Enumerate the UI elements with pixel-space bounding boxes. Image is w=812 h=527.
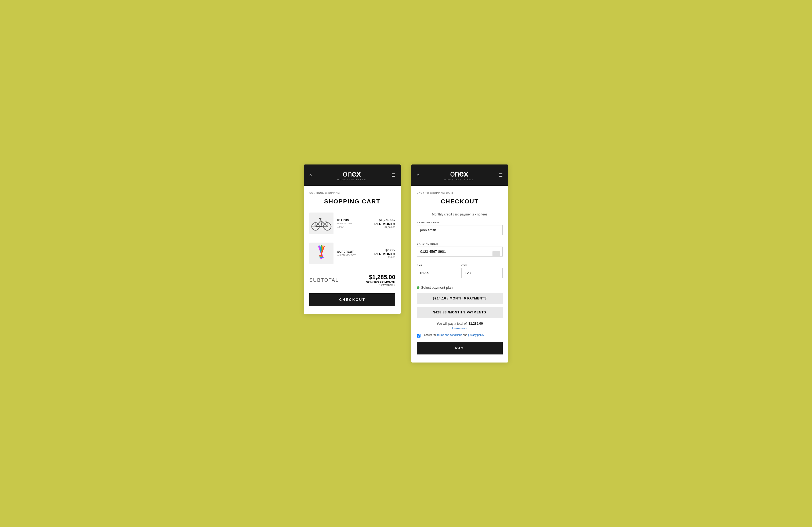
supercat-variant: ALLEN KEY SET bbox=[337, 254, 374, 257]
plan-2-button[interactable]: $428.33 /MONTH 3 PAYMENTS bbox=[417, 307, 503, 318]
cvv-group: CVV bbox=[461, 264, 503, 282]
svg-line-10 bbox=[326, 222, 327, 223]
cart-item-icarus: ICARUS BLUE/SILVER 18/20" $1,250.00/ PER… bbox=[309, 212, 395, 238]
svg-line-15 bbox=[313, 224, 316, 226]
cvv-input[interactable] bbox=[461, 268, 503, 278]
brand-name-checkout: onex bbox=[450, 169, 468, 178]
brand-name-light: on bbox=[343, 169, 352, 178]
terms-text: I accept the terms and conditions and pr… bbox=[423, 333, 484, 336]
cart-title: SHOPPING CART bbox=[309, 198, 395, 208]
checkout-subtitle: Monthly credit card payments - no fees bbox=[417, 212, 503, 216]
cvv-label: CVV bbox=[461, 264, 503, 267]
subtotal-payments: 6 PAYMENTS bbox=[366, 284, 395, 287]
card-type-icon bbox=[492, 251, 500, 256]
payment-plan-header: Select payment plan bbox=[417, 286, 503, 289]
name-on-card-input[interactable] bbox=[417, 225, 503, 235]
checkout-title: CHECKOUT bbox=[417, 198, 503, 208]
allen-keys-svg bbox=[313, 244, 330, 263]
exp-group: EXP. bbox=[417, 264, 458, 282]
card-input-wrapper bbox=[417, 246, 503, 260]
search-icon[interactable]: ○ bbox=[309, 173, 312, 178]
svg-line-16 bbox=[316, 224, 318, 226]
screens-wrapper: ○ onex MOUNTAIN BIKES ☰ CONTINUE SHOPPIN… bbox=[304, 165, 508, 362]
exp-input[interactable] bbox=[417, 268, 458, 278]
icarus-price: $1,250.00/ PER MONTH $7,500.00 bbox=[374, 218, 395, 229]
icarus-price-month: $1,250.00/ PER MONTH bbox=[374, 218, 395, 226]
checkout-screen: ○ onex MOUNTAIN BIKES ☰ BACK TO SHOPPING… bbox=[411, 165, 508, 362]
cart-header: ○ onex MOUNTAIN BIKES ☰ bbox=[304, 165, 401, 186]
cart-item-supercat: SUPERCAT ALLEN KEY SET $5.83/ PER MONTH … bbox=[309, 243, 395, 268]
brand-name-bold-checkout: ex bbox=[459, 169, 468, 178]
checkout-content: BACK TO SHOPPING CART CHECKOUT Monthly c… bbox=[411, 186, 508, 362]
supercat-price-month: $5.83/ PER MONTH bbox=[374, 248, 395, 256]
card-number-group: CARD NUMBER bbox=[417, 243, 503, 260]
checkout-header: ○ onex MOUNTAIN BIKES ☰ bbox=[411, 165, 508, 186]
supercat-price-total: $35.00 bbox=[374, 256, 395, 259]
plan-1-button[interactable]: $214.16 / MONTH 6 PAYMENTS bbox=[417, 293, 503, 304]
brand-name-bold: ex bbox=[352, 169, 361, 178]
cart-screen: ○ onex MOUNTAIN BIKES ☰ CONTINUE SHOPPIN… bbox=[304, 165, 401, 314]
exp-cvv-row: EXP. CVV bbox=[417, 264, 503, 286]
total-text: You will pay a total of $1,285.00 bbox=[417, 322, 503, 326]
menu-icon-checkout[interactable]: ☰ bbox=[499, 172, 503, 178]
logo-checkout: onex MOUNTAIN BIKES bbox=[445, 169, 474, 181]
brand-name: onex bbox=[343, 169, 361, 178]
back-to-cart-link[interactable]: BACK TO SHOPPING CART bbox=[417, 192, 453, 194]
subtotal-amounts: $1,285.00 $214.16/PER MONTH 6 PAYMENTS bbox=[366, 274, 395, 287]
subtotal-section: SUBTOTAL $1,285.00 $214.16/PER MONTH 6 P… bbox=[309, 274, 395, 287]
subtotal-amount: $1,285.00 bbox=[366, 274, 395, 281]
name-on-card-group: NAME ON CARD bbox=[417, 221, 503, 239]
exp-label: EXP. bbox=[417, 264, 458, 267]
terms-checkbox[interactable] bbox=[417, 334, 420, 337]
learn-more-container: Learn more bbox=[417, 327, 503, 330]
pay-button[interactable]: PAY bbox=[417, 342, 503, 355]
name-on-card-label: NAME ON CARD bbox=[417, 221, 503, 224]
bike-svg bbox=[311, 215, 332, 231]
icarus-details: ICARUS BLUE/SILVER 18/20" bbox=[337, 219, 374, 228]
cart-content: CONTINUE SHOPPING SHOPPING CART bbox=[304, 186, 401, 314]
green-dot-icon bbox=[417, 286, 419, 289]
brand-tagline-checkout: MOUNTAIN BIKES bbox=[445, 178, 474, 181]
supercat-details: SUPERCAT ALLEN KEY SET bbox=[337, 250, 374, 257]
brand-name-light-checkout: on bbox=[450, 169, 459, 178]
subtotal-month: $214.16/PER MONTH bbox=[366, 281, 395, 284]
logo: onex MOUNTAIN BIKES bbox=[337, 169, 366, 181]
checkout-button[interactable]: CHECKOUT bbox=[309, 293, 395, 306]
supercat-price: $5.83/ PER MONTH $35.00 bbox=[374, 248, 395, 259]
subtotal-label: SUBTOTAL bbox=[309, 277, 338, 283]
icarus-size: 18/20" bbox=[337, 225, 374, 228]
terms-row: I accept the terms and conditions and pr… bbox=[417, 333, 503, 337]
svg-line-20 bbox=[327, 224, 330, 226]
search-icon-checkout[interactable]: ○ bbox=[417, 173, 419, 178]
terms-conditions-link[interactable]: terms and conditions bbox=[437, 333, 462, 336]
icarus-name: ICARUS bbox=[337, 219, 374, 222]
learn-more-link[interactable]: Learn more bbox=[452, 327, 467, 330]
icarus-price-total: $7,500.00 bbox=[374, 226, 395, 229]
brand-tagline: MOUNTAIN BIKES bbox=[337, 178, 366, 181]
supercat-image bbox=[309, 243, 334, 264]
total-amount: $1,285.00 bbox=[468, 322, 483, 326]
icarus-variant: BLUE/SILVER bbox=[337, 222, 374, 225]
payment-plan-label: Select payment plan bbox=[421, 286, 453, 289]
card-number-label: CARD NUMBER bbox=[417, 243, 503, 245]
continue-shopping-link[interactable]: CONTINUE SHOPPING bbox=[309, 192, 340, 194]
privacy-policy-link[interactable]: privacy policy bbox=[468, 333, 484, 336]
card-number-input[interactable] bbox=[417, 246, 503, 257]
menu-icon[interactable]: ☰ bbox=[392, 172, 395, 178]
icarus-image bbox=[309, 212, 334, 234]
supercat-name: SUPERCAT bbox=[337, 250, 374, 253]
